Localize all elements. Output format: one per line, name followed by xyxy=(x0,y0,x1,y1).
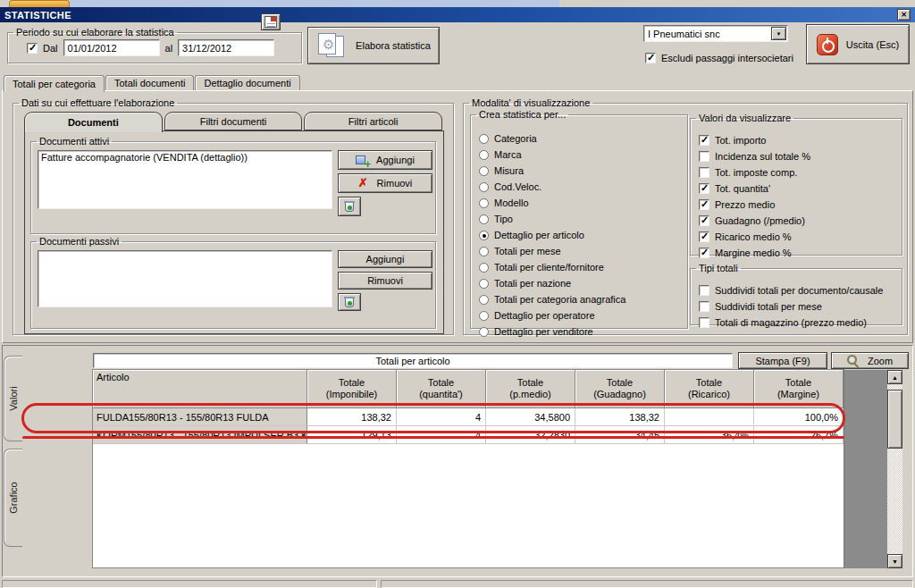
radio-label: Modello xyxy=(494,197,529,208)
header-line2: (Guadagno) xyxy=(593,389,646,400)
table-header: ArticoloTotale(Imponibile)Totale(quantit… xyxy=(93,370,844,408)
side-tab-valori[interactable]: Valori xyxy=(4,356,22,441)
period-row: Dal 01/01/2012 al 31/12/2012 xyxy=(27,39,274,56)
date-from-input[interactable]: 01/01/2012 xyxy=(63,39,160,56)
value-cell: 34,45 xyxy=(575,426,665,444)
checkbox-icon xyxy=(699,215,709,226)
aggiungi-attivi-button[interactable]: + Aggiungi xyxy=(338,150,432,170)
chevron-down-icon[interactable]: ▼ xyxy=(771,27,786,40)
checkbox-label: Tot. quantita' xyxy=(715,183,770,194)
checkbox-icon xyxy=(699,301,709,312)
checkbox-icon xyxy=(699,317,709,328)
radio-option[interactable]: Tipo xyxy=(471,211,687,227)
radio-option[interactable]: Marca xyxy=(471,147,687,163)
company-select[interactable]: I Pneumatici snc ▼ xyxy=(643,25,788,42)
radio-option[interactable]: Dettaglio per operatore xyxy=(471,307,687,323)
escludi-row: Escludi passaggi intersocietari xyxy=(645,53,793,63)
tab-documenti[interactable]: Documenti xyxy=(24,112,163,132)
side-tab-grafico[interactable]: Grafico xyxy=(4,449,22,547)
scroll-down-icon[interactable]: ▼ xyxy=(887,554,902,568)
value-cell: 32,2830 xyxy=(486,426,575,444)
date-to-input[interactable]: 31/12/2012 xyxy=(178,39,274,56)
radio-label: Totali per mese xyxy=(494,246,561,256)
inner-tab-strip: Documenti Filtri documenti Filtri artico… xyxy=(24,112,444,131)
checkbox-option[interactable]: Prezzo medio xyxy=(691,197,902,213)
checkbox-icon xyxy=(699,231,709,242)
zoom-button[interactable]: Zoom xyxy=(831,352,909,369)
table-row[interactable]: FULDA155/80R13 - 155/80R13 FULDA138,3243… xyxy=(93,408,844,426)
radio-option[interactable]: Totali per mese xyxy=(471,243,687,259)
value-cell: 129,13 xyxy=(307,426,397,444)
uscita-button[interactable]: Uscita (Esc) xyxy=(806,24,910,64)
tab-dettaglio-documenti[interactable]: Dettaglio documenti xyxy=(195,75,299,90)
elabora-statistica-button[interactable]: ⚙ Elabora statistica xyxy=(307,27,440,64)
checkbox-label: Ricarico medio % xyxy=(715,231,792,242)
tab-filtri-documenti[interactable]: Filtri documenti xyxy=(164,112,303,130)
statistiche-window: STATISTICHE ✕ Periodo su cui elaborare l… xyxy=(0,0,915,588)
radio-icon xyxy=(479,247,489,256)
radio-option[interactable]: Totali per cliente/fornitore xyxy=(471,259,687,275)
list-item[interactable]: Fatture accompagnatorie (VENDITA (dettag… xyxy=(38,151,332,164)
tab-filtri-articoli[interactable]: Filtri articoli xyxy=(304,112,442,130)
table-row[interactable]: KORM155/80R13 - 155/80R13 IMPULSER B3 KO… xyxy=(93,426,844,444)
side-tab-label: Valori xyxy=(8,386,19,410)
checkbox-option[interactable]: Guadagno (/pmedio) xyxy=(691,213,902,229)
tab-totali-per-categoria[interactable]: Totali per categoria xyxy=(4,75,105,92)
radio-option[interactable]: Totali per nazione xyxy=(471,275,687,291)
radio-label: Totali per categoria anagrafica xyxy=(494,294,625,305)
results-title-field[interactable]: Totali per articolo xyxy=(93,353,733,368)
rimuovi-attivi-button[interactable]: ✗ Rimuovi xyxy=(338,173,432,193)
value-cell: 138,32 xyxy=(307,408,397,426)
radio-icon xyxy=(479,150,489,160)
aggiungi-passivi-button[interactable]: Aggiungi xyxy=(338,250,432,268)
calendar-button[interactable] xyxy=(261,13,281,30)
close-icon[interactable]: ✕ xyxy=(897,9,911,21)
radio-option[interactable]: Totali per categoria anagrafica xyxy=(471,291,687,307)
column-header: Totale(p.medio) xyxy=(486,370,575,408)
status-segment xyxy=(381,580,913,588)
rimuovi-passivi-button[interactable]: Rimuovi xyxy=(338,272,432,290)
checkbox-option[interactable]: Margine medio % xyxy=(691,245,902,261)
radio-option[interactable]: Dettaglio per venditore xyxy=(471,323,687,340)
checkbox-option[interactable]: Totali di magazzino (prezzo medio) xyxy=(691,315,902,331)
radio-option[interactable]: Categoria xyxy=(471,130,687,147)
radio-option[interactable]: Cod.Veloc. xyxy=(471,179,687,195)
escludi-checkbox[interactable] xyxy=(645,53,656,63)
svuota-passivi-button[interactable] xyxy=(338,293,361,311)
checkbox-option[interactable]: Incidenza sul totale % xyxy=(691,148,902,164)
checkbox-option[interactable]: Suddividi totali per mese xyxy=(691,298,902,315)
checkbox-option[interactable]: Tot. imposte comp. xyxy=(691,164,902,181)
radio-group: CategoriaMarcaMisuraCod.Veloc.ModelloTip… xyxy=(471,130,687,340)
checkbox-icon xyxy=(699,167,709,178)
scrollbar-thumb[interactable] xyxy=(887,390,902,449)
radio-label: Cod.Veloc. xyxy=(494,181,541,192)
dal-checkbox[interactable] xyxy=(27,43,38,54)
checkbox-option[interactable]: Suddividi totali per documento/causale xyxy=(691,282,902,298)
checkbox-icon xyxy=(699,285,709,296)
stampa-button[interactable]: Stampa (F9) xyxy=(738,352,827,369)
radio-option[interactable]: Misura xyxy=(471,163,687,179)
radio-icon xyxy=(479,198,489,208)
checkbox-label: Incidenza sul totale % xyxy=(715,151,810,162)
company-selected-value: I Pneumatici snc xyxy=(644,29,771,39)
vertical-scrollbar[interactable]: ▲ ▼ xyxy=(887,370,902,568)
radio-label: Categoria xyxy=(494,133,537,144)
documenti-attivi-listbox[interactable]: Fatture accompagnatorie (VENDITA (dettag… xyxy=(38,150,332,209)
value-cell: 26,7% xyxy=(754,426,844,444)
column-header: Totale(Margine) xyxy=(754,370,844,408)
svuota-attivi-button[interactable] xyxy=(338,197,361,216)
documenti-passivi-listbox[interactable] xyxy=(38,250,332,307)
radio-option[interactable]: Modello xyxy=(471,195,687,211)
radio-option[interactable]: Dettaglio per articolo xyxy=(471,227,687,243)
period-legend: Periodo su cui elaborare la statistica xyxy=(13,27,177,38)
scroll-up-icon[interactable]: ▲ xyxy=(887,370,902,384)
checkbox-option[interactable]: Tot. quantita' xyxy=(691,181,902,197)
checkbox-icon xyxy=(699,248,709,258)
checkbox-option[interactable]: Tot. importo xyxy=(691,132,902,148)
radio-icon xyxy=(479,327,489,337)
checkbox-label: Tot. imposte comp. xyxy=(715,167,797,178)
tab-totali-documenti[interactable]: Totali documenti xyxy=(105,75,195,90)
checkbox-icon xyxy=(699,199,709,210)
radio-label: Marca xyxy=(494,149,522,160)
checkbox-option[interactable]: Ricarico medio % xyxy=(691,229,902,245)
